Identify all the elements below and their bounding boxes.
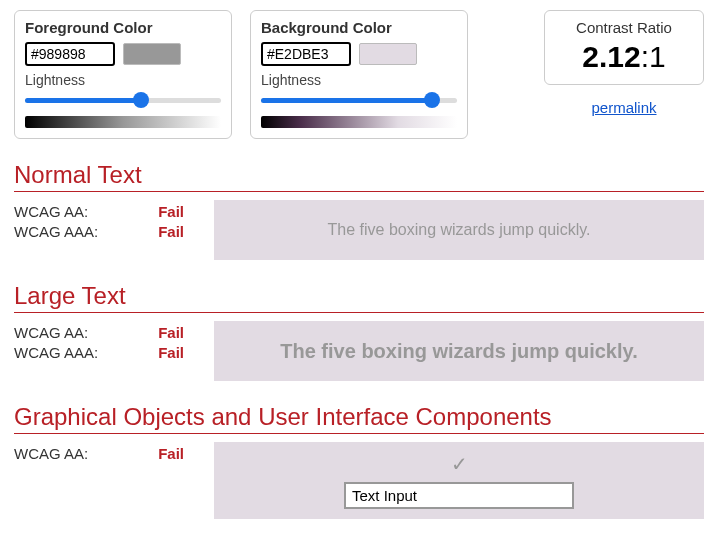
contrast-ratio-title: Contrast Ratio xyxy=(559,19,689,36)
section-heading-normal: Normal Text xyxy=(14,161,704,192)
ui-preview: ✓ xyxy=(214,442,704,519)
background-gradient xyxy=(261,116,457,128)
permalink-link[interactable]: permalink xyxy=(591,99,656,116)
foreground-swatch[interactable] xyxy=(123,43,181,65)
background-panel: Background Color Lightness xyxy=(250,10,468,139)
normal-aa-label: WCAG AA: xyxy=(14,203,88,220)
contrast-ratio-value: 2.12:1 xyxy=(559,40,689,74)
sample-text-input[interactable] xyxy=(344,482,574,509)
background-title: Background Color xyxy=(261,19,457,36)
large-aa-result: Fail xyxy=(158,324,184,341)
foreground-gradient xyxy=(25,116,221,128)
normal-aaa-label: WCAG AAA: xyxy=(14,223,98,240)
large-text-preview: The five boxing wizards jump quickly. xyxy=(214,321,704,381)
section-heading-ui: Graphical Objects and User Interface Com… xyxy=(14,403,704,434)
normal-text-preview: The five boxing wizards jump quickly. xyxy=(214,200,704,260)
section-heading-large: Large Text xyxy=(14,282,704,313)
foreground-hex-input[interactable] xyxy=(25,42,115,66)
large-aa-label: WCAG AA: xyxy=(14,324,88,341)
background-lightness-label: Lightness xyxy=(261,72,457,88)
normal-aa-result: Fail xyxy=(158,203,184,220)
background-swatch[interactable] xyxy=(359,43,417,65)
background-hex-input[interactable] xyxy=(261,42,351,66)
foreground-title: Foreground Color xyxy=(25,19,221,36)
normal-wcag-results: WCAG AA: Fail WCAG AAA: Fail xyxy=(14,200,184,243)
foreground-lightness-slider[interactable] xyxy=(25,90,221,112)
ui-wcag-results: WCAG AA: Fail xyxy=(14,442,184,465)
contrast-ratio-box: Contrast Ratio 2.12:1 xyxy=(544,10,704,85)
large-aaa-label: WCAG AAA: xyxy=(14,344,98,361)
foreground-lightness-label: Lightness xyxy=(25,72,221,88)
ui-aa-label: WCAG AA: xyxy=(14,445,88,462)
large-aaa-result: Fail xyxy=(158,344,184,361)
ui-aa-result: Fail xyxy=(158,445,184,462)
background-lightness-slider[interactable] xyxy=(261,90,457,112)
normal-aaa-result: Fail xyxy=(158,223,184,240)
large-wcag-results: WCAG AA: Fail WCAG AAA: Fail xyxy=(14,321,184,364)
check-icon: ✓ xyxy=(451,452,468,476)
foreground-panel: Foreground Color Lightness xyxy=(14,10,232,139)
